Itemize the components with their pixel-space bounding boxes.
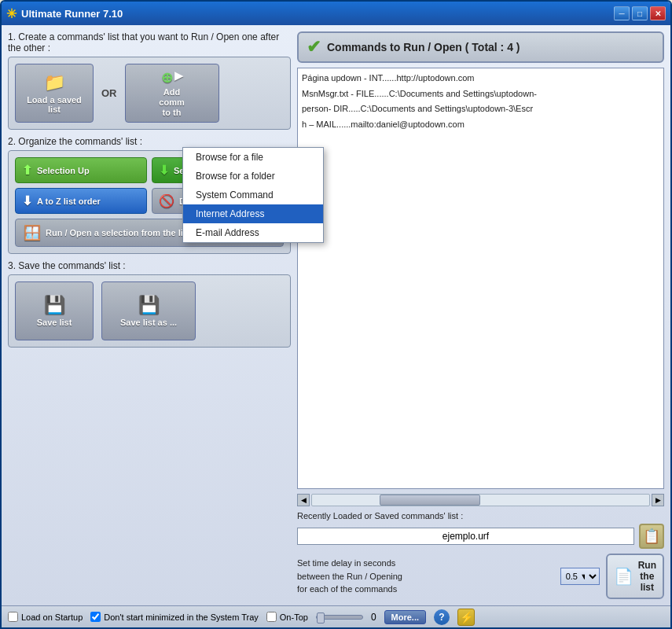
save-list-as-button[interactable]: 💾 Save list as ... bbox=[101, 281, 196, 340]
selection-up-label: Selection Up bbox=[37, 166, 90, 175]
folder-icon: 📁 bbox=[44, 72, 65, 93]
menu-item-system-command[interactable]: System Command bbox=[183, 186, 323, 204]
step3-section: 3. Save the commands' list : 💾 Save list… bbox=[8, 260, 291, 348]
title-bar: ✳ Ultimate Runner 7.10 ─ □ ✕ bbox=[2, 2, 670, 25]
step3-label: 3. Save the commands' list : bbox=[8, 260, 291, 271]
right-panel: ✔ Commands to Run / Open ( Total : 4 ) P… bbox=[297, 31, 664, 599]
commands-list-box[interactable]: Página updown - INT......http://uptodown… bbox=[297, 68, 664, 489]
load-startup-checkbox-label[interactable]: Load on Startup bbox=[8, 612, 83, 622]
add-btn-icons: ⊕ ▶ bbox=[161, 69, 183, 86]
run-list-button[interactable]: 📄 Run the list bbox=[606, 554, 664, 599]
arrow-up-icon: ⬆ bbox=[22, 163, 32, 178]
load-btn-label: Load a saved list bbox=[22, 95, 86, 114]
scroll-thumb[interactable] bbox=[380, 495, 481, 506]
window-body: 1. Create a commands' list that you want… bbox=[2, 25, 670, 605]
list-item[interactable]: Página updown - INT......http://uptodown… bbox=[300, 71, 661, 86]
window-title: Ultimate Runner 7.10 bbox=[21, 8, 123, 20]
commands-header-button[interactable]: ✔ Commands to Run / Open ( Total : 4 ) bbox=[297, 31, 664, 63]
step1-section: 1. Create a commands' list that you want… bbox=[8, 31, 291, 130]
plus-icon: ⊕ bbox=[161, 69, 173, 86]
run-section: Set time delay in seconds between the Ru… bbox=[297, 554, 664, 599]
list-item[interactable]: MsnMsgr.txt - FILE......C:\Documents and… bbox=[300, 86, 661, 102]
delete-icon: 🚫 bbox=[159, 193, 174, 208]
on-top-text: On-Top bbox=[280, 612, 308, 622]
recently-saved-label: Recently Loaded or Saved commands' list … bbox=[297, 511, 664, 520]
more-button[interactable]: More... bbox=[384, 610, 426, 624]
open-file-icon: 📋 bbox=[643, 528, 660, 545]
menu-item-internet-address[interactable]: Internet Address bbox=[183, 204, 323, 223]
step1-content: 📁 Load a saved list OR ⊕ ▶ bbox=[15, 64, 284, 123]
run-list-icon: 📄 bbox=[614, 567, 633, 586]
step3-box: 💾 Save list 💾 Save list as ... bbox=[8, 274, 291, 348]
close-button[interactable]: ✕ bbox=[650, 6, 666, 20]
delay-select[interactable]: 0.5 ▼ 1 2 bbox=[560, 568, 600, 585]
dont-minimize-checkbox-label[interactable]: Don't start minimized in the System Tray bbox=[90, 612, 259, 622]
add-btn-inner: ⊕ ▶ Add comm to th bbox=[159, 69, 184, 117]
slider-thumb[interactable] bbox=[317, 612, 325, 623]
selection-up-button[interactable]: ⬆ Selection Up bbox=[15, 157, 147, 183]
a-to-z-label: A to Z list order bbox=[37, 197, 101, 206]
dont-minimize-checkbox[interactable] bbox=[90, 612, 101, 622]
slider-track[interactable] bbox=[316, 615, 363, 620]
run-list-btn-text: Run the list bbox=[638, 560, 656, 593]
title-bar-left: ✳ Ultimate Runner 7.10 bbox=[6, 6, 123, 21]
step3-content: 💾 Save list 💾 Save list as ... bbox=[15, 281, 284, 340]
recently-saved-section: Recently Loaded or Saved commands' list … bbox=[297, 511, 664, 549]
time-delay-label: Set time delay in seconds between the Ru… bbox=[297, 557, 554, 596]
save-as-icon: 💾 bbox=[138, 295, 160, 315]
load-startup-checkbox[interactable] bbox=[8, 612, 18, 622]
title-controls: ─ □ ✕ bbox=[614, 6, 666, 20]
add-command-button[interactable]: ⊕ ▶ Add comm to th bbox=[125, 64, 219, 123]
app-icon: ✳ bbox=[6, 6, 17, 21]
recently-saved-row: 📋 bbox=[297, 524, 664, 549]
dropdown-menu: Browse for a file Browse for a folder Sy… bbox=[182, 147, 324, 243]
save-icon: 💾 bbox=[44, 295, 65, 315]
recently-saved-input[interactable] bbox=[297, 528, 634, 545]
scroll-track[interactable] bbox=[311, 494, 650, 506]
add-btn-line3: to th bbox=[163, 108, 182, 117]
a-to-z-button[interactable]: ⬇ A to Z list order bbox=[15, 188, 147, 214]
dont-minimize-text: Don't start minimized in the System Tray bbox=[104, 612, 259, 622]
arrow-down-icon: ⬇ bbox=[159, 163, 169, 178]
menu-item-browse-file[interactable]: Browse for a file bbox=[183, 148, 323, 167]
main-content: 1. Create a commands' list that you want… bbox=[8, 31, 664, 599]
menu-item-email-address[interactable]: E-mail Address bbox=[183, 223, 323, 242]
run-selection-label: Run / Open a selection from the list bbox=[46, 228, 191, 237]
load-startup-text: Load on Startup bbox=[21, 612, 83, 622]
sort-icon: ⬇ bbox=[22, 193, 32, 208]
power-icon[interactable]: ⚡ bbox=[457, 609, 475, 626]
save-list-as-label: Save list as ... bbox=[120, 318, 177, 327]
open-file-button[interactable]: 📋 bbox=[639, 524, 664, 549]
scroll-left-button[interactable]: ◀ bbox=[297, 494, 310, 506]
or-label: OR bbox=[101, 87, 117, 99]
step1-box: 📁 Load a saved list OR ⊕ ▶ bbox=[8, 57, 291, 130]
step1-label: 1. Create a commands' list that you want… bbox=[8, 31, 291, 53]
list-item[interactable]: person- DIR.....C:\Documents and Setting… bbox=[300, 101, 661, 117]
horizontal-scrollbar[interactable]: ◀ ▶ bbox=[297, 494, 664, 506]
on-top-checkbox[interactable] bbox=[266, 612, 277, 622]
scroll-right-button[interactable]: ▶ bbox=[652, 494, 664, 506]
add-btn-line1: Add bbox=[163, 87, 180, 97]
maximize-button[interactable]: □ bbox=[632, 6, 648, 20]
list-item[interactable]: h – MAIL......mailto:daniel@uptodown.com bbox=[300, 117, 661, 133]
add-btn-line2: comm bbox=[159, 97, 184, 107]
checkmark-icon: ✔ bbox=[307, 37, 321, 57]
commands-header-label: Commands to Run / Open ( Total : 4 ) bbox=[327, 41, 520, 53]
minimize-button[interactable]: ─ bbox=[614, 6, 630, 20]
on-top-checkbox-label[interactable]: On-Top bbox=[266, 612, 308, 622]
load-saved-list-button[interactable]: 📁 Load a saved list bbox=[15, 64, 94, 123]
save-list-label: Save list bbox=[37, 318, 72, 327]
left-panel: 1. Create a commands' list that you want… bbox=[8, 31, 291, 599]
menu-item-browse-folder[interactable]: Browse for a folder bbox=[183, 167, 323, 186]
step2-label: 2. Organize the commands' list : bbox=[8, 136, 291, 147]
main-window: ✳ Ultimate Runner 7.10 ─ □ ✕ 1. Create a… bbox=[0, 0, 672, 629]
save-list-button[interactable]: 💾 Save list bbox=[15, 281, 94, 340]
slider-value: 0 bbox=[371, 612, 376, 623]
help-icon[interactable]: ? bbox=[434, 609, 450, 625]
play-icon: ▶ bbox=[174, 69, 183, 86]
status-bar: Load on Startup Don't start minimized in… bbox=[2, 605, 670, 627]
winxp-run-icon: 🪟 bbox=[24, 224, 41, 241]
